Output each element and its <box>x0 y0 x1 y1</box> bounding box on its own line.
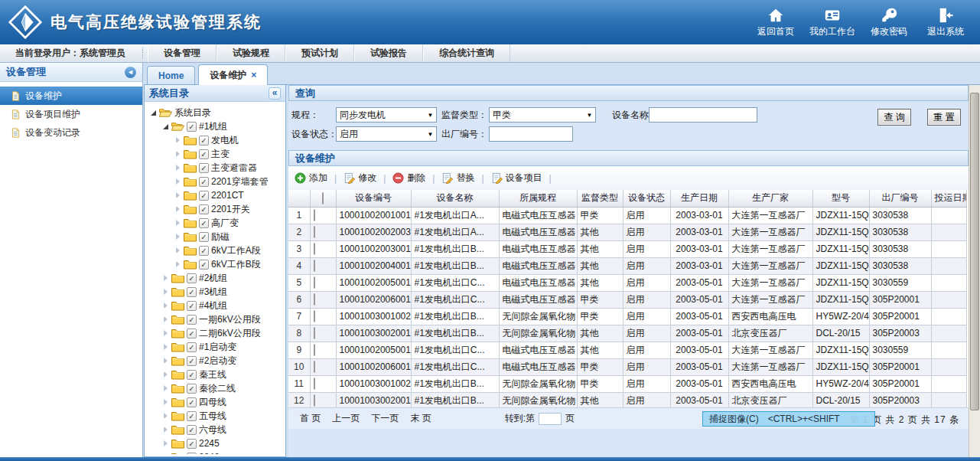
tree-node[interactable]: ✓#2机组 <box>146 271 284 285</box>
row-checkbox[interactable] <box>314 394 315 407</box>
tree-expander-icon[interactable] <box>174 234 181 240</box>
tree-node-label[interactable]: 6kV工作B段 <box>211 258 261 271</box>
table-row[interactable]: 510001002005001#1发电机出口C...电磁式电压互感器其他启用20… <box>288 274 966 291</box>
tree-node-label[interactable]: 主变 <box>211 148 230 161</box>
tree-expander-open-icon[interactable] <box>161 124 169 129</box>
tree-expander-icon[interactable] <box>161 440 169 446</box>
tree-node-checkbox[interactable]: ✓ <box>199 218 209 228</box>
device-name-input[interactable] <box>649 107 757 123</box>
tree-node[interactable]: ✓2245 <box>146 436 284 450</box>
delete-button[interactable]: 删除 <box>392 172 425 185</box>
table-row[interactable]: 910001002005001#1发电机出口C...电磁式电压互感器其他启用20… <box>288 342 966 358</box>
tree-expander-open-icon[interactable] <box>149 110 157 116</box>
tree-node-checkbox[interactable]: ✓ <box>187 453 197 455</box>
tree-node-checkbox[interactable]: ✓ <box>199 191 209 201</box>
nav-change-password[interactable]: 修改密码 <box>864 7 914 38</box>
row-checkbox[interactable] <box>314 260 315 272</box>
scrollbar-thumb[interactable] <box>970 93 979 410</box>
nav-home[interactable]: 返回首页 <box>750 7 801 38</box>
tree-node[interactable]: ✓秦王线 <box>146 368 284 381</box>
nav-logout[interactable]: 退出系统 <box>920 7 971 38</box>
table-row[interactable]: 1010001002006001#1发电机出口C...电磁式电压互感器甲类启用2… <box>288 358 966 375</box>
tree-node-label[interactable]: 秦王线 <box>199 368 226 381</box>
tree-node[interactable]: ✓发电机 <box>146 133 284 147</box>
tree-node-checkbox[interactable]: ✓ <box>187 370 197 380</box>
tree-node-label[interactable]: 四母线 <box>199 396 226 409</box>
tree-expander-icon[interactable] <box>161 385 169 391</box>
nav-workbench[interactable]: 我的工作台 <box>807 7 858 38</box>
tree-expander-icon[interactable] <box>161 413 169 419</box>
tree-node-label[interactable]: 五母线 <box>199 410 226 423</box>
tree-node-label[interactable]: 2245 <box>199 438 220 449</box>
tree-expander-icon[interactable] <box>174 178 181 185</box>
tree-expander-icon[interactable] <box>161 344 169 350</box>
tree-expander-icon[interactable] <box>174 220 181 226</box>
tree-node-label[interactable]: 励磁 <box>211 230 230 244</box>
tree-node-checkbox[interactable]: ✓ <box>199 149 209 159</box>
tree-node-label[interactable]: 二期6kV公用段 <box>199 327 261 340</box>
tree-node[interactable]: ✓主变避雷器 <box>146 161 284 175</box>
tree-node[interactable]: ✓励磁 <box>146 230 284 244</box>
tree-node-checkbox[interactable]: ✓ <box>187 425 197 435</box>
tree-expander-icon[interactable] <box>161 302 169 309</box>
replace-button[interactable]: 替换 <box>441 172 474 185</box>
tree-expander-icon[interactable] <box>161 371 169 378</box>
sidebar-collapse-icon[interactable]: ◄ <box>125 67 136 78</box>
tree-node[interactable]: ✓六母线 <box>146 423 284 436</box>
tree-node[interactable]: ✓#1机组 <box>146 119 284 133</box>
modify-button[interactable]: 修改 <box>343 172 376 185</box>
tree-node-checkbox[interactable]: ✓ <box>187 397 197 407</box>
tree-node-checkbox[interactable]: ✓ <box>199 177 209 187</box>
row-checkbox[interactable] <box>314 226 315 238</box>
tree-node-checkbox[interactable]: ✓ <box>187 122 197 132</box>
tree-node[interactable]: 系统目录 <box>146 106 284 119</box>
tree-node-label[interactable]: 系统目录 <box>174 106 211 119</box>
side-device-maintenance[interactable]: 设备维护 <box>0 87 142 105</box>
add-button[interactable]: 添加 <box>295 172 327 185</box>
side-device-change-record[interactable]: 设备变动记录 <box>0 123 142 142</box>
tree-node-checkbox[interactable]: ✓ <box>187 287 197 297</box>
device-project-button[interactable]: 设备项目 <box>491 172 542 185</box>
tree-expander-icon[interactable] <box>174 165 181 171</box>
tree-expander-icon[interactable] <box>174 151 181 157</box>
tree-node-checkbox[interactable]: ✓ <box>187 329 197 338</box>
table-row[interactable]: 210001002002003#1发电机出口A...电磁式电压互感器其他启用20… <box>288 224 966 240</box>
search-button[interactable]: 查 询 <box>877 109 911 126</box>
row-checkbox[interactable] <box>314 209 315 221</box>
tree-node-checkbox[interactable]: ✓ <box>187 315 197 325</box>
row-checkbox[interactable] <box>314 327 315 339</box>
tree-node[interactable]: ✓二期6kV公用段 <box>146 326 284 340</box>
tree-collapse-icon[interactable]: « <box>269 87 281 100</box>
tree-node[interactable]: ✓6kV工作A段 <box>146 244 284 257</box>
tree-node-label[interactable]: 主变避雷器 <box>211 162 257 175</box>
tree-node-label[interactable]: 秦徐二线 <box>199 382 236 395</box>
tree-node[interactable]: ✓#1启动变 <box>146 340 284 354</box>
tree-node-label[interactable]: 6kV工作A段 <box>211 244 261 257</box>
tree-node-label[interactable]: 六母线 <box>199 423 226 436</box>
tree-node-label[interactable]: 发电机 <box>211 134 239 147</box>
factory-no-input[interactable] <box>489 126 573 142</box>
tree-node-label[interactable]: 2201开关 <box>211 203 250 216</box>
tree-node[interactable]: ✓2201CT <box>146 188 284 202</box>
tree-node[interactable]: ✓#3机组 <box>146 285 284 299</box>
side-device-project-maintenance[interactable]: 设备项目维护 <box>0 105 142 123</box>
pager-first[interactable]: 首 页 <box>300 412 321 425</box>
tree-node[interactable]: ✓五母线 <box>146 409 284 423</box>
tree-node[interactable]: ✓2201开关 <box>146 202 284 216</box>
tree-node-checkbox[interactable]: ✓ <box>199 204 209 214</box>
tree-node-checkbox[interactable]: ✓ <box>199 260 209 270</box>
select-all-checkbox[interactable] <box>322 192 324 204</box>
row-checkbox[interactable] <box>314 293 315 306</box>
tree-node[interactable]: ✓主变 <box>146 147 284 161</box>
tree-expander-icon[interactable] <box>161 289 169 295</box>
menu-test-regulation[interactable]: 试验规程 <box>217 44 285 62</box>
tree-node-label[interactable]: 高厂变 <box>211 217 239 230</box>
reset-button[interactable]: 重 置 <box>927 109 961 126</box>
tree-node-checkbox[interactable]: ✓ <box>199 163 209 173</box>
table-row[interactable]: 410001002004001#1发电机出口B...电磁式电压互感器其他启用20… <box>288 257 966 274</box>
row-checkbox[interactable] <box>314 361 315 373</box>
tree-node[interactable]: ✓一期6kV公用段 <box>146 312 284 326</box>
vertical-scrollbar[interactable] <box>969 85 980 457</box>
menu-statistics-query[interactable]: 综合统计查询 <box>423 44 510 62</box>
pager-next[interactable]: 下一页 <box>371 412 399 425</box>
